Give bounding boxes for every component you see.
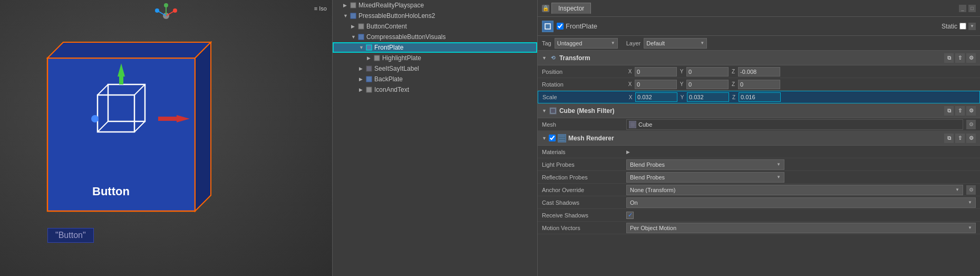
expand-arrow[interactable]: ▶	[359, 87, 364, 92]
mesh-renderer-section-header[interactable]: ▼ Mesh Renderer ⧉ ⇧ ⚙	[538, 131, 980, 146]
hierarchy-item-pressablebuttonhololens2[interactable]: ▼ PressableButtonHoloLens2	[333, 11, 537, 21]
scale-y-input[interactable]	[687, 92, 729, 102]
cast-shadows-row: Cast Shadows On ▼	[538, 196, 980, 209]
transform-copy-btn[interactable]: ⧉	[944, 53, 954, 63]
static-checkbox[interactable]	[959, 23, 966, 30]
svg-rect-28	[366, 66, 372, 71]
receive-shadows-row: Receive Shadows ✓	[538, 209, 980, 222]
object-icon	[357, 33, 365, 41]
static-label: Static	[942, 23, 957, 30]
mesh-renderer-active-checkbox[interactable]	[549, 135, 556, 141]
position-row: Position X Y Z	[538, 65, 980, 78]
mesh-renderer-paste-btn[interactable]: ⇧	[955, 134, 965, 143]
mesh-filter-copy-btn[interactable]: ⧉	[944, 106, 954, 116]
hierarchy-item-highlightplate[interactable]: ▶ HighlightPlate	[333, 53, 537, 63]
receive-shadows-checkmark: ✓	[628, 212, 633, 218]
cast-shadows-dropdown-arrow: ▼	[968, 200, 972, 205]
hierarchy-item-buttoncontent[interactable]: ▶ ButtonContent	[333, 21, 537, 32]
hierarchy-item-frontplate[interactable]: ▼ FrontPlate	[333, 42, 537, 53]
active-checkbox[interactable]	[557, 23, 564, 30]
position-z-input[interactable]	[738, 67, 780, 77]
layer-dropdown[interactable]: Default ▼	[644, 38, 707, 49]
lock-icon[interactable]: 🔒	[542, 5, 549, 12]
materials-row: Materials ▶	[538, 146, 980, 158]
expand-arrow[interactable]: ▶	[343, 3, 348, 8]
svg-rect-23	[351, 13, 356, 18]
mesh-field[interactable]: Cube	[626, 119, 963, 130]
svg-point-4	[164, 3, 168, 7]
svg-rect-17	[119, 74, 123, 84]
expand-arrow[interactable]: ▶	[359, 66, 364, 71]
minimize-btn[interactable]: _	[959, 5, 966, 12]
position-y-input[interactable]	[686, 67, 729, 77]
rotation-xyz: X Y Z	[626, 80, 976, 89]
scene-view[interactable]: ≡ Iso	[0, 0, 332, 276]
svg-point-6	[155, 8, 159, 13]
anchor-override-label: Anchor Override	[542, 187, 626, 193]
transform-paste-btn[interactable]: ⇧	[955, 53, 965, 63]
svg-rect-30	[366, 87, 372, 92]
svg-rect-25	[358, 34, 364, 40]
scene-object-svg: Button	[16, 16, 216, 253]
transform-settings-btn[interactable]: ⚙	[966, 53, 976, 63]
light-probes-dropdown-arrow: ▼	[777, 162, 781, 167]
svg-rect-36	[559, 135, 565, 141]
mesh-renderer-copy-btn[interactable]: ⧉	[944, 134, 954, 143]
mesh-filter-paste-btn[interactable]: ⇧	[955, 106, 965, 116]
object-icon	[365, 86, 373, 93]
mesh-filter-settings-btn[interactable]: ⚙	[966, 106, 976, 116]
expand-arrow[interactable]: ▶	[367, 55, 372, 61]
rotation-z-input[interactable]	[738, 80, 780, 89]
svg-marker-9	[195, 42, 211, 211]
expand-arrow[interactable]: ▶	[359, 77, 364, 82]
hierarchy-item-backplate[interactable]: ▶ BackPlate	[333, 74, 537, 84]
tag-dropdown[interactable]: Untagged ▼	[555, 38, 618, 49]
motion-vectors-dropdown[interactable]: Per Object Motion ▼	[626, 223, 976, 233]
object-icon	[373, 54, 381, 62]
mesh-settings-btn[interactable]: ⚙	[966, 120, 976, 129]
materials-collapse-arrow[interactable]: ▶	[626, 149, 632, 155]
rotation-x-input[interactable]	[635, 80, 677, 89]
motion-vectors-row: Motion Vectors Per Object Motion ▼	[538, 222, 980, 234]
hierarchy-item-seeitSayitlabel[interactable]: ▶ SeeItSayItLabel	[333, 63, 537, 74]
reflection-probes-dropdown[interactable]: Blend Probes ▼	[626, 172, 784, 183]
expand-arrow[interactable]: ▼	[343, 13, 348, 18]
svg-text:Button: Button	[92, 185, 130, 198]
inspector-tab[interactable]: Inspector	[551, 3, 591, 14]
cast-shadows-label: Cast Shadows	[542, 199, 626, 206]
transform-section-header[interactable]: ▼ ⟲ Transform ⧉ ⇧ ⚙	[538, 51, 980, 65]
expand-arrow[interactable]: ▼	[351, 34, 356, 40]
iso-label: ≡ Iso	[314, 5, 327, 12]
maximize-btn[interactable]: □	[968, 5, 976, 12]
mesh-value: Cube ⚙	[626, 119, 976, 130]
receive-shadows-checkbox[interactable]: ✓	[626, 212, 634, 219]
tag-dropdown-arrow: ▼	[611, 41, 615, 45]
hierarchy-item-mixedrealityplayspace[interactable]: ▶ MixedRealityPlayspace	[333, 0, 537, 11]
svg-rect-29	[366, 77, 372, 82]
anchor-override-settings-btn[interactable]: ⚙	[966, 185, 976, 195]
scale-x-input[interactable]	[635, 92, 677, 102]
tag-label: Tag	[542, 40, 551, 46]
svg-marker-8	[47, 42, 211, 58]
hierarchy-item-iconandtext[interactable]: ▶ IconAndText	[333, 84, 537, 95]
anchor-override-row: Anchor Override None (Transform) ▼ ⚙	[538, 184, 980, 196]
object-icon-blue	[542, 21, 554, 32]
scale-z-input[interactable]	[739, 92, 781, 102]
mesh-filter-icon	[549, 107, 557, 115]
rotation-y-input[interactable]	[686, 80, 729, 89]
reflection-probes-dropdown-arrow: ▼	[777, 175, 781, 179]
static-dropdown-arrow[interactable]: ▼	[968, 23, 976, 30]
cast-shadows-dropdown[interactable]: On ▼	[626, 197, 976, 208]
expand-arrow[interactable]: ▶	[351, 24, 356, 29]
object-name: FrontPlate	[566, 22, 942, 30]
expand-arrow[interactable]: ▼	[359, 45, 364, 50]
position-xyz: X Y Z	[626, 67, 976, 77]
layer-label: Layer	[626, 40, 641, 46]
anchor-override-dropdown[interactable]: None (Transform) ▼	[626, 185, 963, 195]
position-x-input[interactable]	[635, 67, 677, 77]
light-probes-label: Light Probes	[542, 161, 626, 168]
mesh-renderer-settings-btn[interactable]: ⚙	[966, 134, 976, 143]
light-probes-dropdown[interactable]: Blend Probes ▼	[626, 159, 784, 170]
mesh-filter-section-header[interactable]: ▼ Cube (Mesh Filter) ⧉ ⇧ ⚙	[538, 103, 980, 118]
hierarchy-item-compressablebuttonvisuals[interactable]: ▼ CompressableButtonVisuals	[333, 32, 537, 42]
